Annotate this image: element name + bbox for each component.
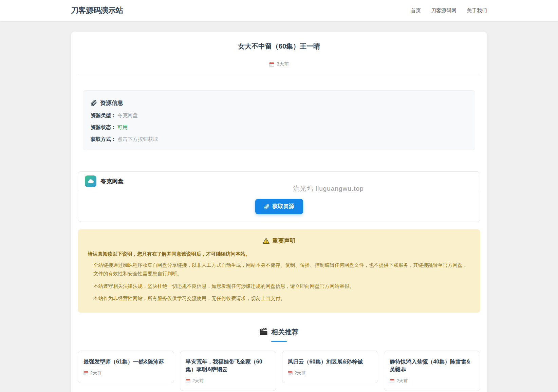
resource-info-heading: 资源信息	[100, 99, 123, 107]
related-card-1[interactable]: 最强发型师（61集）一然&陈沛苏 2天前	[78, 351, 174, 383]
divider	[78, 75, 480, 75]
related-card-title: 凤归云（60集）刘昱展&孙梓铖	[288, 358, 373, 366]
resource-method-row: 获取方式：点击下方按钮获取	[91, 136, 467, 143]
resource-info-panel: 资源信息 资源类型：夸克网盘 资源状态：可用 获取方式：点击下方按钮获取	[83, 90, 475, 150]
related-card-4[interactable]: 静待惊鸿入翁慌（40集）陈雷雷&吴毅非 2天前	[384, 351, 480, 391]
calendar-icon	[83, 371, 88, 375]
notice-paragraph-1: 全站链接通过蜘蛛程序收集自网盘分享链接，以非人工方式自动生成，网站本身不储存、复…	[88, 261, 470, 278]
notice-heading: 重要声明	[273, 237, 296, 245]
site-watermark: 流光坞 liuguangwu.top	[293, 184, 364, 193]
nav-about-us[interactable]: 关于我们	[467, 7, 487, 14]
calendar-icon	[186, 378, 190, 383]
related-card-date: 2天前	[295, 370, 306, 376]
clapperboard-icon	[260, 328, 268, 336]
site-title[interactable]: 刀客源码演示站	[71, 5, 123, 16]
article-meta: 3天前	[78, 61, 480, 67]
important-notice-panel: 重要声明 请认真阅读以下说明，您只有在了解并同意该说明后，才可继续访问本站。 全…	[78, 229, 480, 313]
related-card-date: 2天前	[90, 370, 101, 376]
resource-status-value: 可用	[117, 124, 128, 130]
cloud-icon	[85, 175, 96, 187]
netdisk-name: 夸克网盘	[100, 178, 124, 185]
resource-type-row: 资源类型：夸克网盘	[91, 112, 467, 119]
resource-type-value: 夸克网盘	[117, 112, 138, 118]
top-navigation-bar: 刀客源码演示站 首页 刀客源码网 关于我们	[0, 0, 558, 21]
related-card-date: 2天前	[396, 378, 408, 384]
related-card-title: 静待惊鸿入翁慌（40集）陈雷雷&吴毅非	[390, 358, 475, 373]
resource-method-label: 获取方式：	[91, 136, 116, 142]
article-card: 女大不中留（60集）王一晴 3天前 资源信息 资源类型：夸克网盘	[71, 32, 487, 392]
related-heading: 相关推荐	[271, 328, 298, 337]
notice-intro: 请认真阅读以下说明，您只有在了解并同意该说明后，才可继续访问本站。	[88, 251, 470, 257]
related-card-title: 最强发型师（61集）一然&陈沛苏	[83, 358, 168, 366]
nav-daoke-source[interactable]: 刀客源码网	[431, 7, 457, 14]
resource-status-row: 资源状态：可用	[91, 124, 467, 131]
calendar-icon	[269, 62, 274, 67]
paperclip-icon	[91, 100, 97, 106]
netdisk-card-body: 获取资源	[78, 191, 480, 222]
publish-date: 3天前	[277, 61, 289, 67]
resource-status-label: 资源状态：	[91, 124, 116, 130]
calendar-icon	[288, 371, 293, 375]
resource-type-label: 资源类型：	[91, 112, 116, 118]
nav-home[interactable]: 首页	[411, 7, 421, 14]
get-resource-button-label: 获取资源	[273, 203, 294, 210]
related-card-2[interactable]: 旱灾荒年，我福娃带飞全家（60集）李明&萨钢云 2天前	[180, 351, 276, 391]
related-grid: 最强发型师（61集）一然&陈沛苏 2天前 旱灾荒年，我福娃带飞全家（60	[78, 351, 480, 391]
heading-underline	[271, 341, 287, 342]
netdisk-card: 夸克网盘 流光坞 liuguangwu.top 获取资源	[78, 171, 480, 222]
netdisk-card-header: 夸克网盘	[78, 172, 480, 191]
warning-icon	[263, 238, 269, 244]
paperclip-icon	[264, 204, 269, 209]
related-card-title: 旱灾荒年，我福娃带飞全家（60集）李明&萨钢云	[186, 358, 271, 373]
notice-paragraph-2: 本站遵守相关法律法规，坚决杜绝一切违规不良信息，如您发现任何涉嫌违规的网盘信息，…	[88, 282, 470, 291]
notice-paragraph-3: 本站作为非经营性网站，所有服务仅供学习交流使用，无任何收费请求，切勿上当支付。	[88, 294, 470, 303]
related-card-3[interactable]: 凤归云（60集）刘昱展&孙梓铖 2天前	[282, 351, 378, 383]
get-resource-button[interactable]: 获取资源	[255, 199, 303, 214]
related-section: 相关推荐 最强发型师（61集）一然&陈沛苏 2天前	[78, 328, 480, 391]
related-card-date: 2天前	[192, 378, 204, 384]
resource-method-value: 点击下方按钮获取	[117, 136, 158, 142]
main-nav: 首页 刀客源码网 关于我们	[411, 7, 487, 14]
page-title: 女大不中留（60集）王一晴	[78, 42, 480, 51]
calendar-icon	[390, 378, 394, 383]
